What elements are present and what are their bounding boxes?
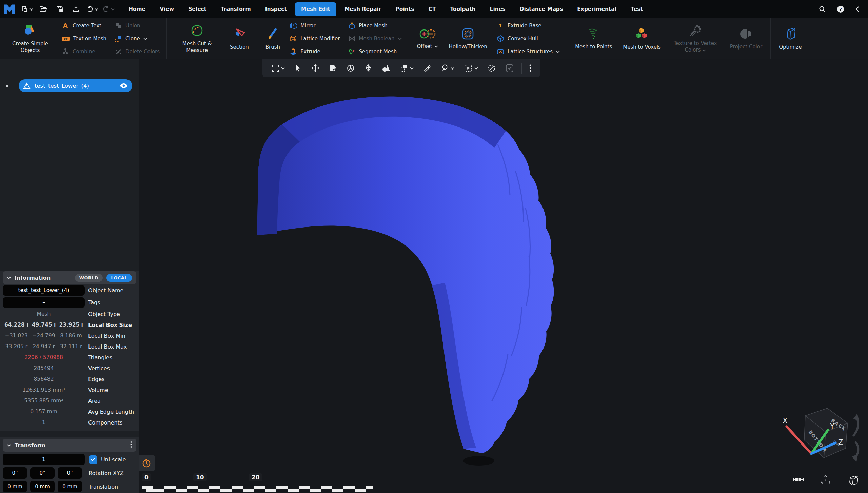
deselect-all-button[interactable] (484, 59, 500, 77)
object-list-item[interactable]: test_test_Lower_(4) (19, 79, 132, 92)
extrude-base-button[interactable]: Extrude Base (497, 20, 560, 32)
ribbon-tabs: Home View Select Transform Inspect Mesh … (121, 0, 650, 18)
transform-panel-header[interactable]: Transform (3, 439, 136, 452)
tab-points[interactable]: Points (389, 0, 421, 18)
mesh-to-points-button[interactable]: Mesh to Points (570, 18, 617, 59)
triangles-value: 2206 / 570988 (3, 354, 85, 360)
place-mesh-button[interactable]: Place Mesh (348, 20, 402, 32)
tags-input[interactable]: – (3, 297, 85, 308)
hollow-thicken-button[interactable]: Hollow/Thicken (443, 18, 493, 59)
optimize-button[interactable]: Optimize (773, 18, 807, 59)
svg-text:cc: cc (64, 37, 67, 41)
uni-scale-checkbox[interactable] (89, 455, 97, 464)
tags-row-label: Tags (85, 299, 139, 306)
timer-button[interactable] (138, 455, 155, 471)
lattice-modifier-button[interactable]: Lattice Modifier (290, 33, 340, 45)
navigation-cube[interactable]: BACK BOTTOM LEFT X Y Z (773, 403, 868, 468)
segment-mesh-button[interactable]: Segment Mesh (348, 46, 402, 58)
app-root: { "topbar": { "tabs": ["Home","View","Se… (0, 0, 868, 493)
convex-hull-button[interactable]: Convex Hull (497, 33, 560, 45)
offset-button[interactable]: Offset (412, 18, 443, 59)
extrude-label: Extrude (300, 48, 320, 55)
search-icon[interactable] (818, 5, 826, 13)
export-button[interactable] (68, 0, 84, 18)
hollow-thicken-label: Hollow/Thicken (449, 44, 487, 50)
translation-x-input[interactable]: 0 mm (3, 481, 27, 492)
tab-inspect[interactable]: Inspect (258, 0, 294, 18)
toolbar-more-menu[interactable] (525, 59, 535, 77)
lattice-structures-button[interactable]: Lattice Structures (497, 46, 560, 58)
translation-z-input[interactable]: 0 mm (58, 481, 82, 492)
scale-label-0: 0 (142, 473, 151, 481)
box-select-button[interactable] (460, 59, 482, 77)
tab-view[interactable]: View (153, 0, 181, 18)
undo-button[interactable] (84, 0, 100, 18)
tab-home[interactable]: Home (121, 0, 153, 18)
mesh-cut-measure-button[interactable]: Mesh Cut & Measure (170, 18, 224, 59)
scale-input[interactable]: 1 (3, 454, 85, 465)
collapse-ribbon-icon[interactable] (855, 6, 860, 13)
new-file-button[interactable] (19, 0, 35, 18)
chevron-down-icon (29, 8, 33, 11)
rotation-z-input[interactable]: 0° (58, 467, 82, 479)
translation-y-input[interactable]: 0 mm (30, 481, 55, 492)
cut-knife-button[interactable] (419, 59, 435, 77)
combine-button: Combine (62, 46, 106, 58)
help-icon[interactable]: ? (837, 5, 844, 13)
tab-transform[interactable]: Transform (214, 0, 258, 18)
tab-ct[interactable]: CT (421, 0, 443, 18)
open-file-button[interactable] (35, 0, 52, 18)
measure-scale-icon[interactable] (793, 477, 804, 482)
surface-settings-button[interactable] (325, 59, 341, 77)
tab-lines[interactable]: Lines (483, 0, 513, 18)
save-button[interactable] (52, 0, 68, 18)
rotate-view-arrows[interactable] (852, 414, 859, 462)
select-cursor-button[interactable] (290, 59, 306, 77)
lattice-add-button[interactable] (360, 59, 376, 77)
transform-more-menu[interactable] (130, 441, 132, 449)
lasso-select-button[interactable] (437, 59, 458, 77)
rotation-y-input[interactable]: 0° (30, 467, 55, 479)
text-on-mesh-button[interactable]: cc Text on Mesh (62, 33, 106, 45)
center-view-icon[interactable] (821, 475, 831, 485)
mesh-to-voxels-button[interactable]: Mesh to Voxels (617, 18, 666, 59)
information-panel-header[interactable]: Information WORLD LOCAL (3, 271, 136, 284)
mirror-button[interactable]: Mirror (290, 20, 340, 32)
mesh-object-test-test-lower[interactable] (139, 59, 868, 493)
brush-button[interactable]: Brush (260, 18, 285, 59)
tab-distance-maps[interactable]: Distance Maps (513, 0, 570, 18)
volume-label: Volume (85, 387, 139, 393)
tab-mesh-repair[interactable]: Mesh Repair (337, 0, 389, 18)
extrude-button[interactable]: Extrude (290, 46, 340, 58)
local-toggle-button[interactable]: LOCAL (106, 274, 132, 282)
duplicate-button[interactable] (396, 59, 418, 77)
object-name-input[interactable]: test_test_Lower_(4) (3, 285, 85, 296)
viewport-3d[interactable]: BACK BOTTOM LEFT X Y Z 0 10 20 (139, 59, 868, 493)
visibility-eye-icon[interactable] (120, 83, 128, 88)
area-label: Area (85, 398, 139, 404)
edges-label: Edges (85, 376, 139, 382)
primitives-button[interactable] (378, 59, 395, 77)
chevron-down-icon (702, 49, 706, 52)
mirror-icon (290, 22, 297, 29)
fit-view-button[interactable] (267, 59, 289, 77)
clone-button[interactable]: Clone (115, 33, 160, 45)
tab-experimental[interactable]: Experimental (570, 0, 624, 18)
app-logo-icon[interactable] (0, 0, 19, 18)
bounding-box-icon[interactable] (847, 474, 859, 486)
clone-label: Clone (125, 36, 140, 42)
chevron-down-icon (434, 45, 438, 48)
create-text-button[interactable]: A Create Text (62, 20, 106, 32)
chevron-down-icon (95, 8, 98, 11)
tab-test[interactable]: Test (624, 0, 650, 18)
rotation-x-input[interactable]: 0° (3, 467, 27, 479)
create-simple-objects-button[interactable]: Create Simple Objects (3, 18, 58, 59)
tab-select[interactable]: Select (181, 0, 214, 18)
world-toggle-button[interactable]: WORLD (75, 274, 103, 282)
section-button[interactable]: Section (224, 18, 254, 59)
tab-mesh-edit[interactable]: Mesh Edit (295, 2, 336, 16)
tab-toolpath[interactable]: Toolpath (443, 0, 482, 18)
orbit-tool-button[interactable] (342, 59, 359, 77)
mesh-to-points-icon (587, 27, 600, 40)
move-tool-button[interactable] (307, 59, 323, 77)
